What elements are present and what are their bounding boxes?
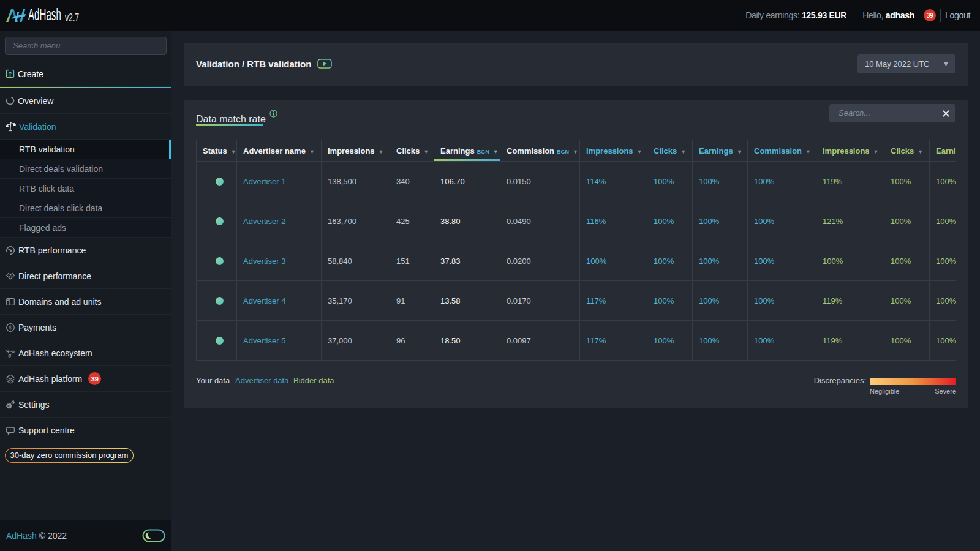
svg-text:$: $ bbox=[9, 324, 12, 331]
